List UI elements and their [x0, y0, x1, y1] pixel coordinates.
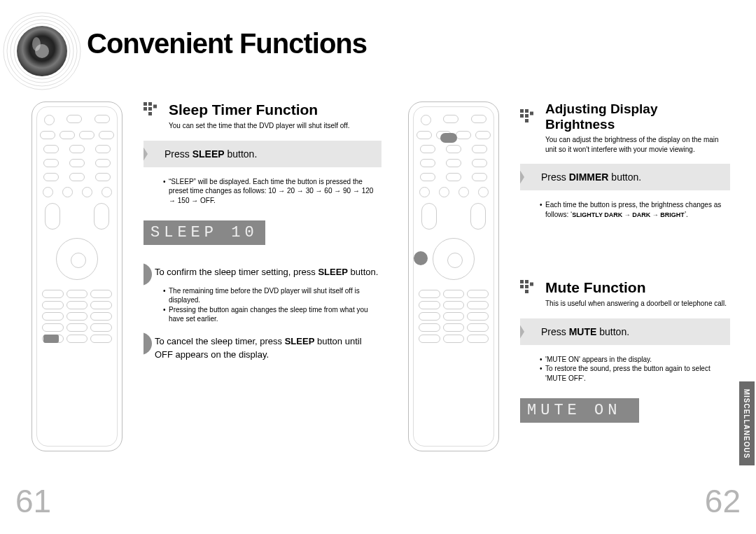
svg-rect-8	[148, 102, 152, 106]
svg-rect-21	[520, 285, 524, 288]
page-number-left: 61	[15, 482, 51, 520]
section-bullet-icon	[144, 102, 164, 118]
bullets-confirm: The remaining time before the DVD player…	[163, 286, 382, 324]
section-subtitle-sleep: You can set the time that the DVD player…	[169, 121, 382, 131]
svg-rect-11	[153, 105, 157, 108]
section-bullet-icon	[520, 280, 541, 295]
section-subtitle-dimmer: You can adjust the brightness of the dis…	[545, 135, 730, 154]
section-title-dimmer: Adjusting Display Brightness	[545, 101, 730, 132]
svg-rect-23	[530, 283, 533, 286]
svg-rect-7	[144, 102, 147, 106]
action-bar-dimmer: Press DIMMER button.	[520, 164, 730, 190]
action-bar-mute: Press MUTE button.	[520, 318, 730, 345]
svg-rect-14	[525, 109, 528, 113]
section-bullet-icon	[520, 109, 541, 125]
svg-rect-9	[144, 107, 147, 111]
display-sleep: SLEEP 10	[144, 220, 265, 245]
remote-illustration-sleep	[31, 101, 122, 451]
svg-rect-17	[530, 112, 533, 115]
svg-point-6	[32, 37, 41, 51]
svg-rect-13	[520, 109, 524, 113]
svg-rect-10	[148, 107, 152, 111]
svg-rect-24	[525, 290, 528, 293]
svg-rect-12	[148, 112, 152, 115]
cancel-step: To cancel the sleep timer, press SLEEP b…	[144, 335, 382, 362]
svg-rect-22	[525, 285, 528, 288]
svg-rect-18	[525, 119, 528, 122]
page-number-right: 62	[705, 482, 741, 520]
bullets-sleep: “SLEEP” will be displayed. Each time the…	[163, 177, 382, 206]
section-title-sleep: Sleep Timer Function	[169, 101, 318, 118]
page-title: Convenient Functions	[87, 28, 367, 59]
svg-rect-20	[525, 280, 528, 283]
action-bar-sleep: Press SLEEP button.	[144, 141, 382, 167]
speaker-graphic	[0, 10, 84, 91]
remote-illustration-dimmer	[408, 101, 499, 451]
svg-rect-19	[520, 280, 524, 283]
svg-rect-16	[525, 114, 528, 118]
svg-rect-15	[520, 114, 524, 118]
bullets-mute: 'MUTE ON' appears in the display. To res…	[540, 355, 730, 384]
bullets-dimmer: Each time the button is press, the brigh…	[540, 200, 730, 219]
section-title-mute: Mute Function	[545, 279, 645, 296]
side-tab-misc: MISCELLANEOUS	[739, 381, 755, 465]
section-subtitle-mute: This is useful when answering a doorbell…	[545, 299, 730, 309]
display-mute: MUTE ON	[520, 398, 639, 423]
confirm-step: To confirm the sleep timer setting, pres…	[144, 266, 382, 279]
